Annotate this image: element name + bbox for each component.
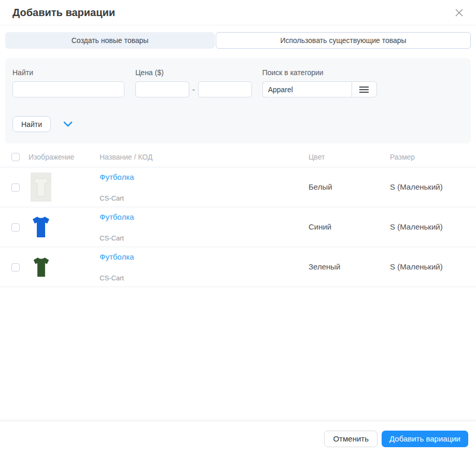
product-code: CS-Cart: [100, 234, 309, 242]
tab-bar: Создать новые товары Использовать сущест…: [5, 32, 471, 49]
column-header-image: Изображение: [29, 148, 100, 167]
product-code: CS-Cart: [100, 194, 309, 202]
price-from-input[interactable]: [135, 81, 189, 97]
modal-header: Добавить вариации: [0, 0, 476, 25]
category-input[interactable]: [262, 81, 352, 97]
tshirt-icon: [31, 215, 51, 239]
select-all-checkbox[interactable]: [11, 153, 20, 161]
row-checkbox[interactable]: [11, 183, 20, 192]
product-image: [31, 173, 51, 202]
product-size: S (Маленький): [390, 262, 443, 271]
search-input[interactable]: [12, 81, 124, 97]
chevron-down-icon[interactable]: [63, 121, 73, 127]
product-color: Синий: [309, 222, 331, 231]
tab-create-new-products[interactable]: Создать новые товары: [5, 32, 215, 49]
product-size: S (Маленький): [390, 182, 443, 191]
price-to-input[interactable]: [198, 81, 252, 97]
search-button[interactable]: Найти: [12, 116, 51, 132]
product-name-link[interactable]: Футболка: [100, 252, 309, 261]
product-size: S (Маленький): [390, 222, 443, 231]
column-header-color: Цвет: [309, 148, 390, 167]
cancel-button[interactable]: Отменить: [324, 431, 377, 447]
hamburger-icon: [359, 86, 369, 93]
row-checkbox[interactable]: [11, 263, 20, 272]
search-label: Найти: [12, 68, 124, 77]
column-header-size: Размер: [390, 148, 476, 167]
column-header-name-code: Название / КОД: [100, 148, 309, 167]
product-image: [31, 252, 51, 281]
tab-use-existing-products[interactable]: Использовать существующие товары: [216, 32, 471, 49]
price-label: Цена ($): [135, 68, 252, 77]
close-icon[interactable]: [453, 6, 466, 19]
page-title: Добавить вариации: [12, 7, 115, 19]
product-color: Зеленый: [309, 262, 340, 271]
table-row: Футболка CS-Cart Зеленый S (Маленький): [0, 247, 476, 287]
category-picker-button[interactable]: [352, 81, 377, 97]
search-filters-panel: Найти Цена ($) - Поиск в категории: [5, 58, 471, 144]
product-image: [31, 212, 51, 241]
products-table: Изображение Название / КОД Цвет Размер: [0, 148, 476, 287]
tshirt-icon: [32, 256, 51, 278]
product-code: CS-Cart: [100, 274, 309, 282]
product-name-link[interactable]: Футболка: [100, 173, 309, 181]
row-checkbox[interactable]: [11, 223, 20, 232]
tshirt-icon: [32, 177, 50, 197]
table-header-row: Изображение Название / КОД Цвет Размер: [0, 148, 476, 167]
empty-results-area: [0, 287, 476, 421]
add-variations-modal: Добавить вариации Создать новые товары И…: [0, 0, 476, 456]
table-row: Футболка CS-Cart Синий S (Маленький): [0, 207, 476, 247]
add-variations-button[interactable]: Добавить вариации: [382, 431, 468, 447]
product-color: Белый: [309, 182, 332, 191]
table-row: Футболка CS-Cart Белый S (Маленький): [0, 167, 476, 207]
modal-footer: Отменить Добавить вариации: [0, 421, 476, 456]
category-label: Поиск в категории: [262, 68, 377, 77]
product-name-link[interactable]: Футболка: [100, 212, 309, 221]
price-range-separator: -: [192, 86, 195, 94]
